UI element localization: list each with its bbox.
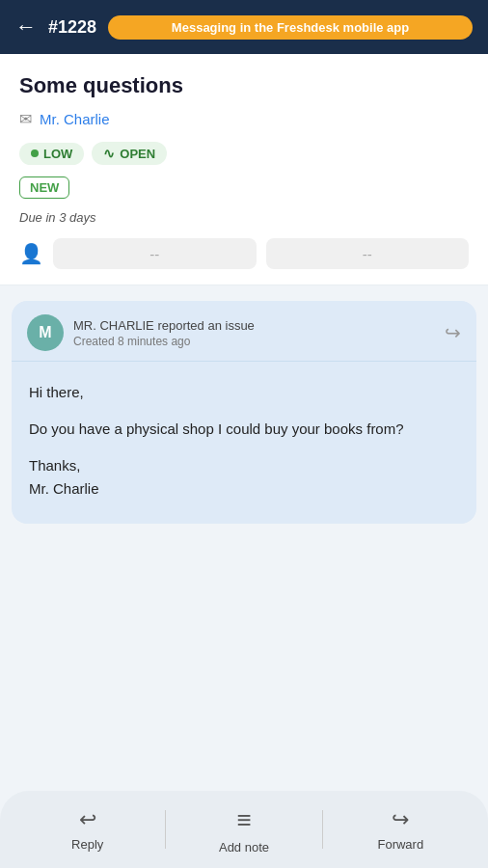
badge-new: NEW <box>19 176 69 199</box>
bottom-toolbar: ↩ Reply ≡ Add note ↪ Forward <box>0 791 488 868</box>
message-line-3-4: Thanks,Mr. Charlie <box>29 454 459 501</box>
message-line-2: Do you have a physical shop I could buy … <box>29 418 459 441</box>
reply-icon: ↩ <box>79 807 96 832</box>
message-reporter: MR. CHARLIE reported an issue <box>73 318 435 333</box>
assignee-icon: 👤 <box>19 242 43 265</box>
note-icon: ≡ <box>236 805 251 835</box>
ticket-badges: LOW ∿ OPEN <box>19 142 469 165</box>
badge-open-label: OPEN <box>120 147 155 161</box>
avatar: M <box>27 314 64 351</box>
reply-label: Reply <box>71 837 103 852</box>
thread-container: M MR. CHARLIE reported an issue Created … <box>0 285 488 539</box>
badge-low[interactable]: LOW <box>19 143 84 165</box>
forward-icon: ↪ <box>392 807 409 832</box>
badge-open[interactable]: ∿ OPEN <box>92 142 167 165</box>
ticket-assignee-row: 👤 -- -- <box>19 238 469 269</box>
header: ← #1228 Messaging in the Freshdesk mobil… <box>0 0 488 54</box>
forward-button[interactable]: ↪ Forward <box>323 791 478 868</box>
email-icon: ✉ <box>19 110 32 128</box>
note-label: Add note <box>219 840 269 854</box>
message-line-1: Hi there, <box>29 381 459 404</box>
ticket-card: Some questions ✉ Mr. Charlie LOW ∿ OPEN … <box>0 54 488 285</box>
forward-label: Forward <box>377 837 423 852</box>
low-dot-icon <box>31 149 39 157</box>
message-reply-icon[interactable]: ↪ <box>445 321 461 344</box>
group-field[interactable]: -- <box>266 238 470 269</box>
badge-low-label: LOW <box>43 147 72 161</box>
back-button[interactable]: ← <box>15 16 37 38</box>
message-meta: MR. CHARLIE reported an issue Created 8 … <box>73 318 435 348</box>
message-body: Hi there, Do you have a physical shop I … <box>12 362 476 524</box>
header-banner: Messaging in the Freshdesk mobile app <box>108 15 473 40</box>
ticket-id: #1228 <box>48 17 96 38</box>
add-note-button[interactable]: ≡ Add note <box>166 791 321 868</box>
message-bubble: M MR. CHARLIE reported an issue Created … <box>12 301 476 524</box>
ticket-due-date: Due in 3 days <box>19 210 469 225</box>
message-time: Created 8 minutes ago <box>73 335 435 348</box>
ticket-title: Some questions <box>19 73 469 98</box>
assignee-field[interactable]: -- <box>53 238 257 269</box>
message-header: M MR. CHARLIE reported an issue Created … <box>12 301 476 362</box>
reply-button[interactable]: ↩ Reply <box>10 791 165 868</box>
open-icon: ∿ <box>103 146 115 161</box>
ticket-contact-name[interactable]: Mr. Charlie <box>40 111 110 127</box>
ticket-contact-row: ✉ Mr. Charlie <box>19 110 469 128</box>
